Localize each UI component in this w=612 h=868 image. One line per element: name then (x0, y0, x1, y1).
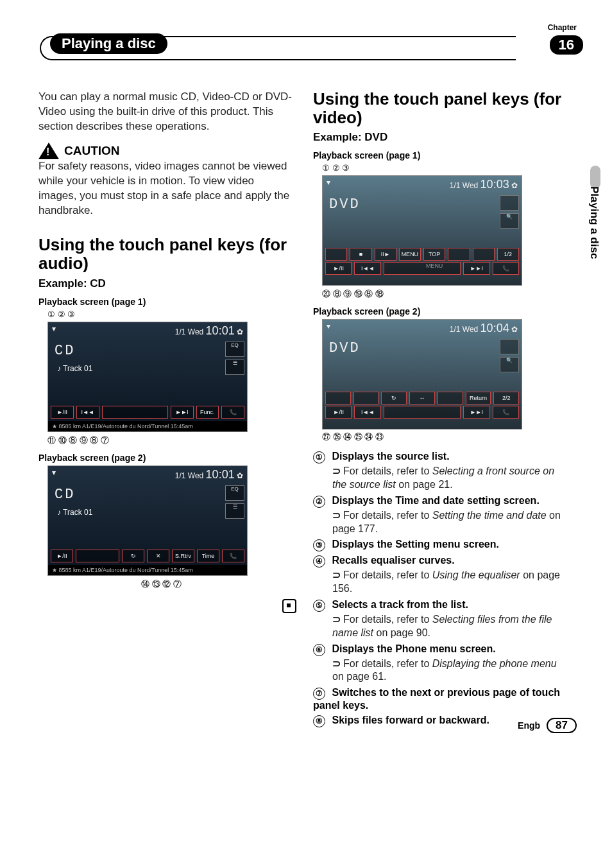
video-example: Example: DVD (313, 131, 570, 144)
audio-screen1-label: Playback screen (page 1) (38, 297, 295, 307)
section-header: Playing a disc (50, 33, 167, 54)
audio-example: Example: CD (38, 277, 295, 290)
video-s1-bottom-callouts: ⑳ ⑧ ⑨ ⑲ ⑧ ⑱ (322, 288, 570, 300)
def-num-4: ④ (313, 555, 325, 568)
def-num-8: ⑧ (313, 715, 325, 727)
audio-s2-bottom-callouts: ⑭ ⑬ ⑫ ⑦ (141, 578, 295, 590)
footer-lang: Engb (518, 720, 540, 731)
def-title-3: Displays the Setting menu screen. (332, 539, 499, 550)
intro-text: You can play a normal music CD, Video-CD… (38, 90, 295, 134)
caution-label: CAUTION (64, 144, 120, 158)
def-num-5: ⑤ (313, 600, 325, 612)
section-end-icon (282, 599, 296, 613)
audio-s1-bottom-callouts: ⑪ ⑩ ⑧ ⑨ ⑧ ⑦ (47, 435, 295, 446)
def-num-1: ① (313, 451, 325, 464)
def-num-2: ② (313, 496, 325, 508)
audio-screenshot-2: ▾ 1/1 Wed 10:01 ✿ CD EQ☰ ♪ Track 01 ►/II… (47, 465, 248, 576)
video-s2-bottom-callouts: ㉗ ㉖ ⑭ ㉕ ㉔ ㉓ (322, 432, 570, 442)
left-column: You can play a normal music CD, Video-CD… (38, 90, 295, 731)
video-s1-top-callouts: ① ② ③ (322, 163, 570, 173)
def-title-6: Displays the Phone menu screen. (332, 643, 495, 654)
page-footer: Engb 87 (518, 718, 577, 733)
def-title-7: Switches to the next or previous page of… (313, 687, 560, 711)
side-tab-label: Playing a disc (588, 186, 600, 259)
audio-heading: Using the touch panel keys (for audio) (38, 236, 295, 273)
def-num-6: ⑥ (313, 644, 325, 656)
definitions-list: ① Displays the source list. ⊃For details… (313, 451, 570, 727)
audio-screen2-label: Playback screen (page 2) (38, 453, 295, 463)
video-screenshot-1: ▾ 1/1 Wed 10:03 ✿ DVD 🔍 ■ II► MENU TOP M… (322, 175, 522, 286)
right-column: Using the touch panel keys (for video) E… (313, 90, 570, 731)
chapter-label: Chapter (548, 23, 577, 32)
audio-s1-top-callouts: ① ② ③ (47, 309, 295, 319)
video-screenshot-2: ▾ 1/1 Wed 10:04 ✿ DVD 🔍 ↻ ↔ Return 2/2 ►… (322, 319, 522, 430)
warning-icon (38, 143, 59, 159)
def-title-1: Displays the source list. (332, 451, 449, 462)
video-screen2-label: Playback screen (page 2) (313, 306, 570, 317)
audio-screenshot-1: ▾ 1/1 Wed 10:01 ✿ CD EQ☰ ♪ Track 01 ►/II… (47, 322, 248, 432)
video-heading: Using the touch panel keys (for video) (313, 90, 570, 127)
page-number: 87 (547, 718, 577, 733)
def-title-4: Recalls equaliser curves. (332, 555, 454, 566)
def-num-3: ③ (313, 539, 325, 551)
def-num-7: ⑦ (313, 688, 325, 700)
def-title-2: Displays the Time and date setting scree… (332, 495, 539, 506)
def-title-5: Selects a track from the list. (332, 599, 468, 610)
caution-body: For safety reasons, video images cannot … (38, 159, 295, 218)
video-screen1-label: Playback screen (page 1) (313, 150, 570, 161)
side-tab-decoration (590, 166, 600, 189)
section-header-bar: Playing a disc (40, 36, 516, 60)
def-title-8: Skips files forward or backward. (332, 715, 489, 725)
chapter-number: 16 (550, 35, 583, 55)
